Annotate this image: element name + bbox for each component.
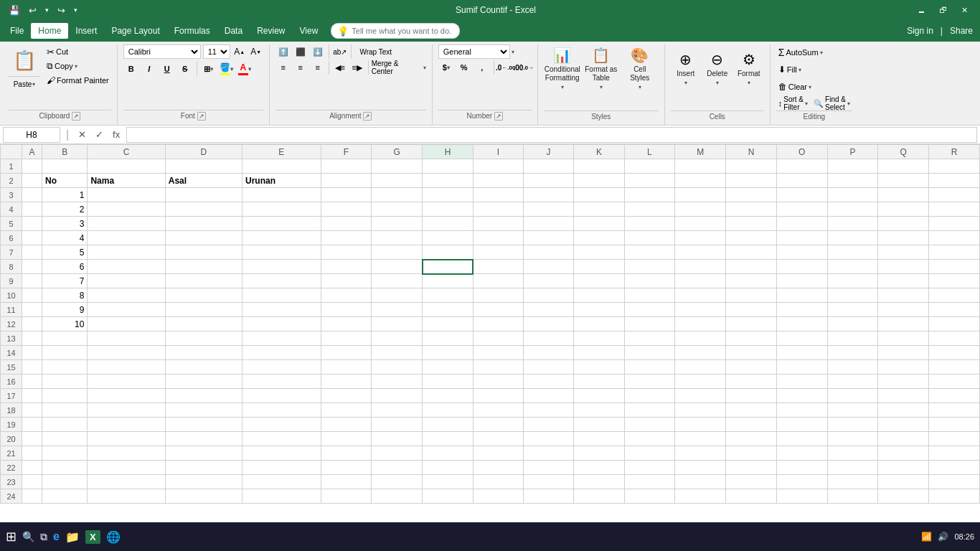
cell-K22[interactable] — [574, 461, 625, 475]
row-header-13[interactable]: 13 — [1, 331, 22, 346]
cell-A21[interactable] — [22, 446, 42, 461]
cell-G16[interactable] — [372, 375, 423, 389]
cell-K21[interactable] — [574, 446, 625, 461]
cell-H24[interactable] — [423, 489, 473, 504]
cell-J3[interactable] — [523, 188, 573, 202]
cell-F24[interactable] — [321, 489, 372, 504]
percent-button[interactable]: % — [456, 60, 472, 75]
cell-G24[interactable] — [372, 489, 423, 504]
cell-K6[interactable] — [574, 231, 625, 245]
cell-P22[interactable] — [827, 461, 878, 475]
cell-I18[interactable] — [473, 403, 523, 418]
cell-A1[interactable] — [22, 159, 42, 174]
cell-D15[interactable] — [165, 360, 242, 375]
cell-N5[interactable] — [726, 217, 777, 231]
cell-M20[interactable] — [675, 432, 726, 446]
font-name-select[interactable]: Calibri — [123, 44, 201, 59]
confirm-formula-button[interactable]: ✓ — [92, 129, 106, 140]
cell-D2[interactable]: Asal — [165, 174, 242, 188]
cell-C8[interactable] — [88, 260, 165, 274]
cell-E11[interactable] — [242, 303, 321, 317]
cell-J23[interactable] — [523, 475, 573, 489]
cell-N15[interactable] — [726, 360, 777, 375]
cell-L16[interactable] — [624, 375, 674, 389]
row-header-7[interactable]: 7 — [1, 245, 22, 260]
cell-Q9[interactable] — [878, 274, 929, 288]
cell-M13[interactable] — [675, 331, 726, 346]
cell-M17[interactable] — [675, 389, 726, 403]
cell-G5[interactable] — [372, 217, 423, 231]
cell-A14[interactable] — [22, 346, 42, 360]
cell-I16[interactable] — [473, 375, 523, 389]
col-header-B[interactable]: B — [42, 145, 88, 159]
menu-formulas[interactable]: Formulas — [167, 23, 217, 39]
cell-N10[interactable] — [726, 288, 777, 303]
cell-K19[interactable] — [574, 418, 625, 432]
cell-O15[interactable] — [776, 360, 827, 375]
cell-R11[interactable] — [929, 303, 980, 317]
cell-P6[interactable] — [827, 231, 878, 245]
cell-A24[interactable] — [22, 489, 42, 504]
cell-G23[interactable] — [372, 475, 423, 489]
cell-D23[interactable] — [165, 475, 242, 489]
cell-G3[interactable] — [372, 188, 423, 202]
cell-B3[interactable]: 1 — [42, 188, 88, 202]
cell-O5[interactable] — [776, 217, 827, 231]
cell-G13[interactable] — [372, 331, 423, 346]
cell-P19[interactable] — [827, 418, 878, 432]
cell-M7[interactable] — [675, 245, 726, 260]
cell-L14[interactable] — [624, 346, 674, 360]
cell-F9[interactable] — [321, 274, 372, 288]
font-shrink-button[interactable]: A▼ — [249, 44, 263, 59]
cell-J5[interactable] — [523, 217, 573, 231]
cell-F13[interactable] — [321, 331, 372, 346]
cell-L11[interactable] — [624, 303, 674, 317]
cell-O4[interactable] — [776, 202, 827, 217]
editing-label[interactable]: Editing — [776, 110, 852, 122]
explorer-button[interactable]: 📁 — [65, 530, 80, 544]
cell-N14[interactable] — [726, 346, 777, 360]
cell-E19[interactable] — [242, 418, 321, 432]
cell-F19[interactable] — [321, 418, 372, 432]
cell-L24[interactable] — [624, 489, 674, 504]
cell-C21[interactable] — [88, 446, 165, 461]
cell-R9[interactable] — [929, 274, 980, 288]
row-header-10[interactable]: 10 — [1, 288, 22, 303]
cell-F10[interactable] — [321, 288, 372, 303]
cell-N19[interactable] — [726, 418, 777, 432]
row-header-23[interactable]: 23 — [1, 475, 22, 489]
row-header-4[interactable]: 4 — [1, 202, 22, 217]
cell-C7[interactable] — [88, 245, 165, 260]
cell-O10[interactable] — [776, 288, 827, 303]
cell-N13[interactable] — [726, 331, 777, 346]
cells-label[interactable]: Cells — [671, 110, 764, 122]
cell-A8[interactable] — [22, 260, 42, 274]
cell-E2[interactable]: Urunan — [242, 174, 321, 188]
cell-L13[interactable] — [624, 331, 674, 346]
cell-K4[interactable] — [574, 202, 625, 217]
row-header-9[interactable]: 9 — [1, 274, 22, 288]
cell-M12[interactable] — [675, 317, 726, 331]
cell-F3[interactable] — [321, 188, 372, 202]
cell-N16[interactable] — [726, 375, 777, 389]
cell-I7[interactable] — [473, 245, 523, 260]
cell-Q16[interactable] — [878, 375, 929, 389]
cell-R6[interactable] — [929, 231, 980, 245]
cell-A20[interactable] — [22, 432, 42, 446]
cell-I3[interactable] — [473, 188, 523, 202]
cell-L10[interactable] — [624, 288, 674, 303]
redo-icon[interactable]: ↪ — [55, 4, 68, 17]
cell-H1[interactable] — [423, 159, 473, 174]
cell-B6[interactable]: 4 — [42, 231, 88, 245]
find-select-button[interactable]: 🔍 Find &Select ▾ — [811, 96, 852, 110]
cell-M4[interactable] — [675, 202, 726, 217]
cell-C5[interactable] — [88, 217, 165, 231]
task-view-button[interactable]: ⧉ — [40, 531, 47, 543]
cell-B16[interactable] — [42, 375, 88, 389]
cell-O6[interactable] — [776, 231, 827, 245]
cell-R16[interactable] — [929, 375, 980, 389]
cell-G21[interactable] — [372, 446, 423, 461]
cell-K16[interactable] — [574, 375, 625, 389]
tell-me-bar[interactable]: 💡 — [331, 23, 460, 39]
row-header-16[interactable]: 16 — [1, 375, 22, 389]
